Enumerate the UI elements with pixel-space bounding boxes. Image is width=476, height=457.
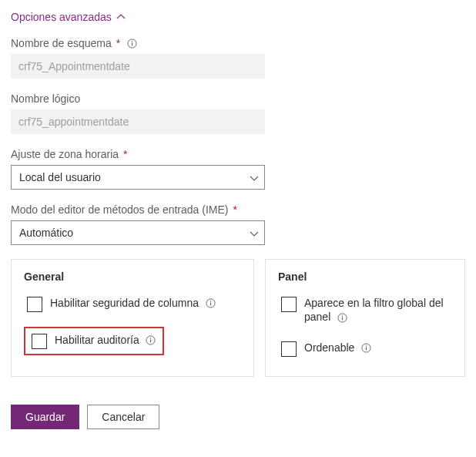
svg-point-4 (210, 301, 210, 301)
ime-mode-select[interactable]: Automático (11, 220, 265, 245)
global-filter-label: Aparece en la filtro global del panel (304, 296, 449, 324)
general-panel: General Habilitar seguridad de columna H… (11, 259, 254, 377)
chevron-up-icon (116, 12, 126, 22)
panel-panel-title: Panel (278, 271, 452, 283)
sortable-label: Ordenable (304, 341, 371, 355)
logical-name-field: Nombre lógico (11, 92, 465, 134)
logical-name-input[interactable] (11, 109, 265, 134)
sortable-checkbox[interactable] (281, 341, 297, 357)
cancel-button[interactable]: Cancelar (87, 405, 159, 429)
ime-mode-field: Modo del editor de métodos de entrada (I… (11, 203, 465, 245)
svg-rect-14 (366, 348, 367, 351)
schema-name-field: Nombre de esquema * (11, 37, 465, 79)
svg-rect-11 (342, 318, 343, 321)
global-filter-row: Aparece en la filtro global del panel (278, 294, 452, 326)
timezone-select[interactable]: Local del usuario (11, 165, 265, 190)
required-asterisk: * (123, 148, 127, 160)
svg-point-7 (150, 338, 151, 338)
info-icon[interactable] (146, 334, 156, 345)
logical-name-label-text: Nombre lógico (11, 92, 80, 105)
save-button[interactable]: Guardar (11, 405, 79, 429)
advanced-options-toggle[interactable]: Opciones avanzadas (11, 11, 126, 23)
svg-point-1 (131, 41, 132, 42)
action-buttons: Guardar Cancelar (11, 405, 465, 429)
schema-name-label: Nombre de esquema * (11, 37, 465, 49)
info-icon[interactable] (337, 312, 347, 323)
ime-mode-label: Modo del editor de métodos de entrada (I… (11, 203, 465, 216)
sortable-row: Ordenable (278, 338, 452, 359)
enable-audit-text: Habilitar auditoría (55, 333, 139, 347)
timezone-label: Ajuste de zona horaria * (11, 148, 465, 160)
settings-panels: General Habilitar seguridad de columna H… (11, 259, 465, 377)
column-security-row: Habilitar seguridad de columna (24, 294, 241, 314)
timezone-label-text: Ajuste de zona horaria (11, 148, 119, 160)
enable-audit-label: Habilitar auditoría (55, 333, 156, 347)
advanced-options-label: Opciones avanzadas (11, 11, 112, 23)
column-security-checkbox[interactable] (27, 297, 42, 312)
svg-rect-8 (150, 339, 151, 342)
schema-name-label-text: Nombre de esquema (11, 37, 112, 49)
timezone-field: Ajuste de zona horaria * Local del usuar… (11, 148, 465, 190)
global-filter-checkbox[interactable] (281, 297, 297, 312)
column-security-label: Habilitar seguridad de columna (50, 296, 216, 310)
enable-audit-checkbox[interactable] (32, 334, 47, 349)
chevron-down-icon (250, 173, 259, 182)
column-security-text: Habilitar seguridad de columna (50, 296, 199, 310)
svg-rect-5 (210, 302, 210, 305)
panel-panel: Panel Aparece en la filtro global del pa… (265, 259, 465, 377)
global-filter-text: Aparece en la filtro global del panel (304, 297, 444, 323)
svg-rect-2 (132, 42, 132, 45)
enable-audit-row: Habilitar auditoría (24, 327, 164, 355)
svg-point-10 (341, 315, 342, 316)
info-icon[interactable] (205, 297, 216, 308)
timezone-value: Local del usuario (19, 171, 101, 183)
chevron-down-icon (250, 228, 259, 237)
required-asterisk: * (233, 203, 237, 216)
logical-name-label: Nombre lógico (11, 92, 465, 105)
sortable-text: Ordenable (304, 341, 354, 355)
ime-mode-label-text: Modo del editor de métodos de entrada (I… (11, 203, 229, 216)
schema-name-input[interactable] (11, 54, 265, 79)
ime-mode-value: Automático (19, 227, 73, 239)
svg-point-13 (366, 345, 367, 346)
info-icon[interactable] (360, 342, 371, 353)
general-panel-title: General (24, 271, 241, 283)
info-icon[interactable] (126, 38, 137, 49)
required-asterisk: * (116, 37, 120, 49)
